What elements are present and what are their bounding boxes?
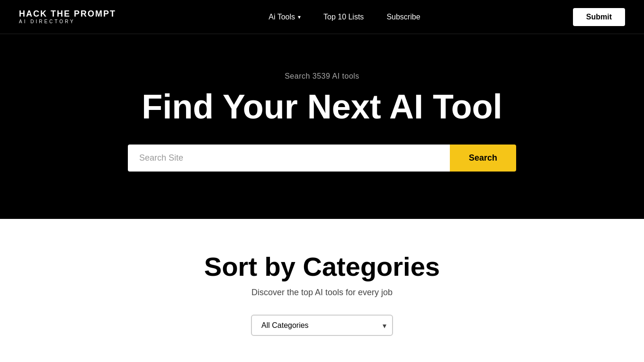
logo: HACK THE PROMPT AI DIRECTORY: [19, 9, 116, 24]
cards-area: 🏆 POPULAR HACK THE PROMPT — AI DIRECTORY…: [0, 355, 644, 362]
search-bar: Search: [128, 145, 516, 172]
logo-subtitle: AI DIRECTORY: [19, 19, 116, 24]
header: HACK THE PROMPT AI DIRECTORY Ai Tools ▾ …: [0, 0, 644, 34]
hero-section: Search 3539 AI tools Find Your Next AI T…: [0, 34, 644, 219]
logo-title: HACK THE PROMPT: [19, 9, 116, 19]
hero-title: Find Your Next AI Tool: [19, 88, 625, 126]
categories-section: Sort by Categories Discover the top AI t…: [0, 223, 644, 355]
nav-item-top10[interactable]: Top 10 Lists: [323, 13, 364, 21]
nav-item-subscribe[interactable]: Subscribe: [386, 13, 420, 21]
categories-description: Discover the top AI tools for every job: [19, 288, 625, 298]
search-input[interactable]: [128, 145, 450, 172]
category-select-wrapper: All Categories Writing Image Generation …: [251, 315, 393, 336]
categories-title: Sort by Categories: [19, 251, 625, 282]
main-nav: Ai Tools ▾ Top 10 Lists Subscribe: [268, 13, 420, 21]
nav-label-subscribe: Subscribe: [386, 13, 420, 21]
category-select[interactable]: All Categories Writing Image Generation …: [251, 315, 393, 336]
nav-label-top10: Top 10 Lists: [323, 13, 364, 21]
chevron-down-icon: ▾: [298, 14, 301, 20]
nav-label-ai-tools: Ai Tools: [268, 13, 295, 21]
section-divider: [0, 219, 644, 223]
search-button[interactable]: Search: [450, 145, 516, 172]
nav-item-ai-tools[interactable]: Ai Tools ▾: [268, 13, 301, 21]
submit-button[interactable]: Submit: [573, 8, 625, 26]
hero-subtitle: Search 3539 AI tools: [19, 72, 625, 81]
